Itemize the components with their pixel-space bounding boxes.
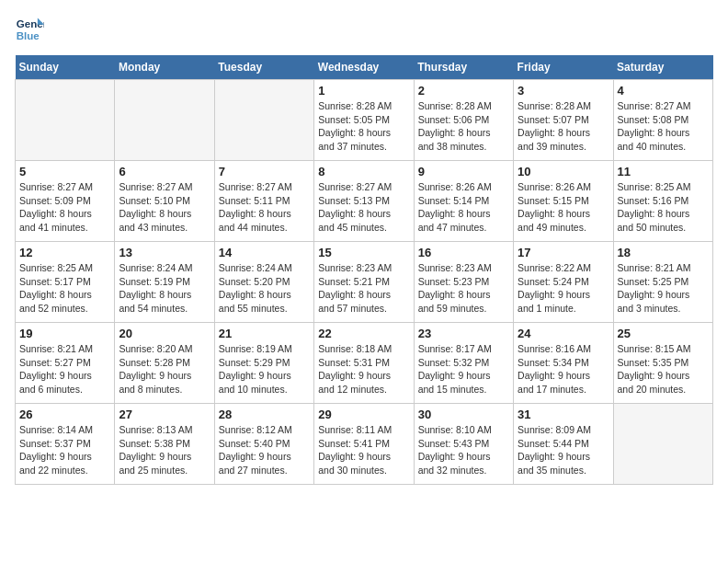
- day-number: 16: [418, 246, 509, 259]
- logo: General Blue: [15, 15, 48, 44]
- day-number: 31: [518, 408, 609, 421]
- day-number: 25: [618, 327, 709, 340]
- week-row-4: 19Sunrise: 8:21 AM Sunset: 5:27 PM Dayli…: [16, 323, 713, 404]
- day-info: Sunrise: 8:15 AM Sunset: 5:35 PM Dayligh…: [618, 342, 709, 396]
- weekday-header-saturday: Saturday: [613, 55, 712, 80]
- week-row-2: 5Sunrise: 8:27 AM Sunset: 5:09 PM Daylig…: [16, 161, 713, 242]
- calendar-cell: 9Sunrise: 8:26 AM Sunset: 5:14 PM Daylig…: [414, 161, 513, 242]
- calendar-cell: 23Sunrise: 8:17 AM Sunset: 5:32 PM Dayli…: [414, 323, 513, 404]
- calendar-cell: [613, 404, 712, 485]
- calendar-cell: 30Sunrise: 8:10 AM Sunset: 5:43 PM Dayli…: [414, 404, 513, 485]
- calendar-cell: 20Sunrise: 8:20 AM Sunset: 5:28 PM Dayli…: [115, 323, 214, 404]
- day-number: 10: [518, 165, 609, 178]
- day-info: Sunrise: 8:28 AM Sunset: 5:07 PM Dayligh…: [518, 99, 609, 154]
- day-info: Sunrise: 8:26 AM Sunset: 5:15 PM Dayligh…: [518, 180, 609, 235]
- day-info: Sunrise: 8:11 AM Sunset: 5:41 PM Dayligh…: [318, 423, 409, 477]
- calendar-cell: 7Sunrise: 8:27 AM Sunset: 5:11 PM Daylig…: [214, 161, 313, 242]
- day-number: 30: [418, 408, 509, 421]
- day-info: Sunrise: 8:14 AM Sunset: 5:37 PM Dayligh…: [19, 423, 110, 477]
- day-number: 20: [119, 327, 210, 340]
- calendar-cell: 13Sunrise: 8:24 AM Sunset: 5:19 PM Dayli…: [115, 242, 214, 323]
- day-number: 14: [219, 246, 310, 259]
- calendar-cell: 21Sunrise: 8:19 AM Sunset: 5:29 PM Dayli…: [214, 323, 313, 404]
- calendar-cell: 10Sunrise: 8:26 AM Sunset: 5:15 PM Dayli…: [514, 161, 613, 242]
- day-info: Sunrise: 8:27 AM Sunset: 5:08 PM Dayligh…: [618, 99, 709, 154]
- calendar-cell: 1Sunrise: 8:28 AM Sunset: 5:05 PM Daylig…: [314, 80, 414, 161]
- calendar-cell: 18Sunrise: 8:21 AM Sunset: 5:25 PM Dayli…: [613, 242, 712, 323]
- calendar-cell: 12Sunrise: 8:25 AM Sunset: 5:17 PM Dayli…: [16, 242, 115, 323]
- weekday-header-monday: Monday: [115, 55, 214, 80]
- day-number: 27: [119, 408, 210, 421]
- day-info: Sunrise: 8:09 AM Sunset: 5:44 PM Dayligh…: [518, 423, 609, 477]
- day-info: Sunrise: 8:27 AM Sunset: 5:13 PM Dayligh…: [318, 180, 409, 235]
- svg-text:Blue: Blue: [17, 30, 40, 41]
- day-number: 18: [618, 246, 709, 259]
- calendar-cell: 4Sunrise: 8:27 AM Sunset: 5:08 PM Daylig…: [613, 80, 712, 161]
- weekday-header-wednesday: Wednesday: [314, 55, 414, 80]
- day-number: 4: [618, 84, 709, 98]
- calendar-cell: [115, 80, 214, 161]
- day-info: Sunrise: 8:28 AM Sunset: 5:05 PM Dayligh…: [318, 99, 409, 154]
- week-row-5: 26Sunrise: 8:14 AM Sunset: 5:37 PM Dayli…: [16, 404, 713, 485]
- day-number: 12: [19, 246, 110, 259]
- day-number: 3: [518, 84, 609, 98]
- day-number: 23: [418, 327, 509, 340]
- calendar-cell: 16Sunrise: 8:23 AM Sunset: 5:23 PM Dayli…: [414, 242, 513, 323]
- day-info: Sunrise: 8:27 AM Sunset: 5:10 PM Dayligh…: [119, 180, 210, 235]
- week-row-3: 12Sunrise: 8:25 AM Sunset: 5:17 PM Dayli…: [16, 242, 713, 323]
- day-info: Sunrise: 8:21 AM Sunset: 5:25 PM Dayligh…: [618, 261, 709, 316]
- calendar-cell: 28Sunrise: 8:12 AM Sunset: 5:40 PM Dayli…: [214, 404, 313, 485]
- day-info: Sunrise: 8:19 AM Sunset: 5:29 PM Dayligh…: [219, 342, 310, 396]
- day-info: Sunrise: 8:24 AM Sunset: 5:19 PM Dayligh…: [119, 261, 210, 316]
- day-number: 8: [318, 165, 409, 178]
- day-number: 24: [518, 327, 609, 340]
- day-info: Sunrise: 8:12 AM Sunset: 5:40 PM Dayligh…: [219, 423, 310, 477]
- calendar-cell: 11Sunrise: 8:25 AM Sunset: 5:16 PM Dayli…: [613, 161, 712, 242]
- day-info: Sunrise: 8:17 AM Sunset: 5:32 PM Dayligh…: [418, 342, 509, 396]
- day-info: Sunrise: 8:22 AM Sunset: 5:24 PM Dayligh…: [518, 261, 609, 316]
- calendar-cell: 14Sunrise: 8:24 AM Sunset: 5:20 PM Dayli…: [214, 242, 313, 323]
- day-info: Sunrise: 8:23 AM Sunset: 5:21 PM Dayligh…: [318, 261, 409, 316]
- weekday-header-thursday: Thursday: [414, 55, 513, 80]
- day-info: Sunrise: 8:26 AM Sunset: 5:14 PM Dayligh…: [418, 180, 509, 235]
- day-number: 17: [518, 246, 609, 259]
- day-number: 28: [219, 408, 310, 421]
- calendar-cell: 29Sunrise: 8:11 AM Sunset: 5:41 PM Dayli…: [314, 404, 414, 485]
- weekday-header-tuesday: Tuesday: [214, 55, 313, 80]
- day-info: Sunrise: 8:28 AM Sunset: 5:06 PM Dayligh…: [418, 99, 509, 154]
- day-number: 13: [119, 246, 210, 259]
- calendar-cell: 26Sunrise: 8:14 AM Sunset: 5:37 PM Dayli…: [16, 404, 115, 485]
- calendar-cell: 19Sunrise: 8:21 AM Sunset: 5:27 PM Dayli…: [16, 323, 115, 404]
- calendar-cell: 24Sunrise: 8:16 AM Sunset: 5:34 PM Dayli…: [514, 323, 613, 404]
- calendar-cell: 22Sunrise: 8:18 AM Sunset: 5:31 PM Dayli…: [314, 323, 414, 404]
- day-info: Sunrise: 8:27 AM Sunset: 5:09 PM Dayligh…: [19, 180, 110, 235]
- day-number: 1: [318, 84, 409, 98]
- day-number: 29: [318, 408, 409, 421]
- weekday-header-sunday: Sunday: [16, 55, 115, 80]
- day-number: 21: [219, 327, 310, 340]
- calendar-cell: 31Sunrise: 8:09 AM Sunset: 5:44 PM Dayli…: [514, 404, 613, 485]
- day-number: 15: [318, 246, 409, 259]
- calendar-cell: 5Sunrise: 8:27 AM Sunset: 5:09 PM Daylig…: [16, 161, 115, 242]
- day-number: 22: [318, 327, 409, 340]
- calendar-cell: 27Sunrise: 8:13 AM Sunset: 5:38 PM Dayli…: [115, 404, 214, 485]
- weekday-header-friday: Friday: [514, 55, 613, 80]
- calendar-cell: 8Sunrise: 8:27 AM Sunset: 5:13 PM Daylig…: [314, 161, 414, 242]
- day-number: 2: [418, 84, 509, 98]
- weekday-header-row: SundayMondayTuesdayWednesdayThursdayFrid…: [16, 55, 713, 80]
- day-info: Sunrise: 8:21 AM Sunset: 5:27 PM Dayligh…: [19, 342, 110, 396]
- day-info: Sunrise: 8:27 AM Sunset: 5:11 PM Dayligh…: [219, 180, 310, 235]
- calendar-cell: 25Sunrise: 8:15 AM Sunset: 5:35 PM Dayli…: [613, 323, 712, 404]
- calendar-cell: 15Sunrise: 8:23 AM Sunset: 5:21 PM Dayli…: [314, 242, 414, 323]
- day-info: Sunrise: 8:24 AM Sunset: 5:20 PM Dayligh…: [219, 261, 310, 316]
- calendar-cell: [214, 80, 313, 161]
- day-info: Sunrise: 8:20 AM Sunset: 5:28 PM Dayligh…: [119, 342, 210, 396]
- week-row-1: 1Sunrise: 8:28 AM Sunset: 5:05 PM Daylig…: [16, 80, 713, 161]
- logo-icon: General Blue: [15, 15, 44, 44]
- calendar-cell: 17Sunrise: 8:22 AM Sunset: 5:24 PM Dayli…: [514, 242, 613, 323]
- page-header: General Blue: [15, 15, 713, 44]
- day-info: Sunrise: 8:16 AM Sunset: 5:34 PM Dayligh…: [518, 342, 609, 396]
- calendar-cell: 2Sunrise: 8:28 AM Sunset: 5:06 PM Daylig…: [414, 80, 513, 161]
- day-info: Sunrise: 8:25 AM Sunset: 5:16 PM Dayligh…: [618, 180, 709, 235]
- day-info: Sunrise: 8:18 AM Sunset: 5:31 PM Dayligh…: [318, 342, 409, 396]
